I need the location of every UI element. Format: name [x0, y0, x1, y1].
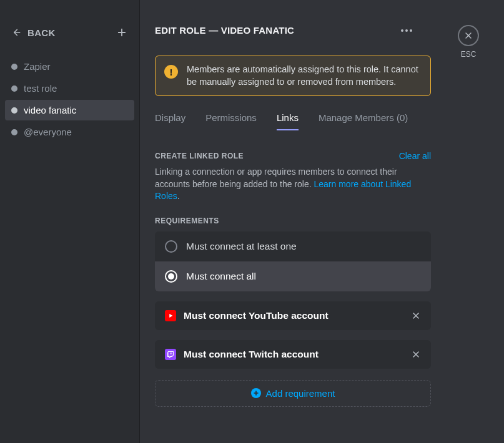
remove-connection-button[interactable]	[411, 311, 421, 321]
role-item-label: Zapier	[24, 61, 51, 72]
add-role-button[interactable]	[114, 25, 129, 40]
tab-manage-members[interactable]: Manage Members (0)	[319, 109, 408, 130]
close-button[interactable]	[458, 25, 479, 46]
requirement-mode-option[interactable]: Must connect all	[155, 261, 431, 291]
role-list: Zapiertest rolevideo fanatic@everyone	[5, 56, 134, 142]
remove-connection-button[interactable]	[411, 349, 421, 359]
role-item[interactable]: video fanatic	[5, 100, 134, 120]
role-item-label: @everyone	[24, 127, 72, 137]
role-item-label: test role	[24, 83, 57, 94]
connection-requirement-label: Must connect YouTube account	[184, 310, 403, 321]
linked-role-description: Linking a connection or app requires mem…	[155, 166, 431, 203]
linked-role-header-row: CREATE LINKED ROLE Clear all	[155, 151, 431, 161]
tab-permissions[interactable]: Permissions	[205, 109, 257, 130]
roles-sidebar: BACK Zapiertest rolevideo fanatic@everyo…	[0, 0, 140, 443]
title-row: EDIT ROLE — VIDEO FANATIC	[155, 25, 431, 36]
role-item[interactable]: test role	[5, 78, 134, 99]
radio-icon	[165, 270, 177, 283]
back-row: BACK	[5, 25, 134, 52]
radio-icon	[165, 240, 177, 253]
youtube-icon	[165, 310, 176, 321]
add-requirement-button[interactable]: Add requirement	[155, 380, 431, 407]
role-item[interactable]: @everyone	[5, 122, 134, 142]
requirement-mode-label: Must connect all	[186, 271, 256, 282]
requirements-heading: REQUIREMENTS	[155, 217, 431, 225]
connection-requirement: Must connect YouTube account	[155, 301, 431, 330]
twitch-icon	[165, 349, 176, 360]
svg-marker-5	[169, 314, 172, 318]
warning-icon: !	[164, 65, 178, 79]
role-color-dot	[11, 107, 17, 114]
create-linked-role-heading: CREATE LINKED ROLE	[155, 152, 244, 160]
requirement-mode-group: Must connect at least oneMust connect al…	[155, 231, 431, 291]
tab-display[interactable]: Display	[155, 109, 185, 130]
svg-rect-8	[172, 353, 172, 354]
close-column: ESC	[458, 25, 479, 59]
back-label: BACK	[27, 27, 56, 38]
requirement-mode-option[interactable]: Must connect at least one	[155, 231, 431, 261]
svg-rect-9	[170, 353, 170, 354]
role-color-dot	[11, 85, 17, 92]
back-button[interactable]: BACK	[10, 27, 56, 38]
connection-requirement: Must connect Twitch account	[155, 340, 431, 369]
role-color-dot	[11, 129, 17, 135]
more-options-button[interactable]	[401, 29, 412, 32]
page-title: EDIT ROLE — VIDEO FANATIC	[155, 25, 294, 36]
arrow-left-icon	[10, 27, 21, 38]
main-panel: ESC EDIT ROLE — VIDEO FANATIC ! Members …	[140, 0, 504, 443]
clear-all-button[interactable]: Clear all	[399, 151, 431, 161]
requirement-mode-label: Must connect at least one	[186, 241, 297, 252]
role-color-dot	[11, 64, 17, 70]
content-column: EDIT ROLE — VIDEO FANATIC ! Members are …	[155, 25, 431, 407]
connection-requirement-label: Must connect Twitch account	[184, 349, 403, 360]
role-item[interactable]: Zapier	[5, 56, 134, 77]
tab-links[interactable]: Links	[277, 109, 299, 130]
notice-text: Members are automatically assigned to th…	[187, 64, 422, 88]
esc-label: ESC	[461, 50, 477, 59]
plus-circle-icon	[251, 388, 261, 398]
role-tabs: DisplayPermissionsLinksManage Members (0…	[155, 109, 431, 131]
role-item-label: video fanatic	[24, 105, 76, 115]
auto-assign-notice: ! Members are automatically assigned to …	[155, 56, 431, 96]
add-requirement-label: Add requirement	[266, 388, 335, 399]
